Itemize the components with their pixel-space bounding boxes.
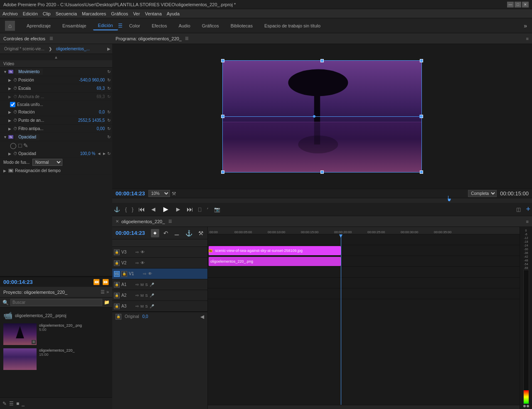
posicion-value[interactable]: -540,0 960,00 (79, 78, 105, 82)
a2-mic[interactable]: 🎤 (150, 293, 154, 298)
tl-timecode[interactable]: 00:00:14:23 (116, 230, 145, 236)
overwrite-icon[interactable]: ⎖ (206, 207, 209, 212)
tab-efectos[interactable]: Efectos (147, 22, 172, 30)
handle-top-right[interactable] (420, 59, 423, 62)
multi-cam-icon[interactable]: ◫ (516, 207, 521, 212)
rectangle-icon[interactable]: □ (18, 142, 22, 149)
a1-s[interactable]: S (145, 283, 148, 287)
monitor-timecode[interactable]: 00:00:14:23 (116, 190, 145, 197)
project-item-seq[interactable]: oligoelementos_220_ 15:00 (2, 347, 111, 372)
clip-v1[interactable]: oligoelementos_220_.png (209, 257, 341, 266)
a3-m[interactable]: M (140, 304, 144, 308)
home-button[interactable]: ⌂ (5, 21, 15, 31)
a1-sync[interactable]: ⇨ (135, 282, 139, 287)
punto-value[interactable]: 2552,5 1435,5 (78, 118, 105, 123)
posicion-stopwatch[interactable]: ⏱ (13, 78, 17, 82)
opacidad-value[interactable]: 100,0 % (80, 151, 96, 156)
opacidad-keyframe-nav[interactable]: ◄ ► (97, 151, 106, 156)
tl-tool-snap[interactable]: ✦ (151, 229, 159, 237)
a1-mic[interactable]: 🎤 (150, 283, 154, 287)
a1-m[interactable]: M (140, 283, 144, 287)
v1-eye[interactable]: 👁 (148, 271, 152, 276)
menu-secuencia[interactable]: Secuencia (56, 11, 77, 16)
project-list-view-icon[interactable]: ☰ (101, 289, 105, 295)
punto-reset[interactable]: ↻ (107, 118, 111, 123)
wrench-icon[interactable]: ⚒ (172, 191, 176, 197)
tab-espacio[interactable]: Espacio de trabajo sin título (259, 22, 325, 30)
filtro-reset[interactable]: ↻ (107, 126, 111, 131)
tab-color[interactable]: Color (124, 22, 145, 30)
a2-m[interactable]: M (140, 293, 144, 298)
step-fwd-icon[interactable]: ⏩ (102, 279, 109, 285)
monitor-hamburger[interactable]: ≡ (526, 36, 529, 41)
a2-lock[interactable]: 🔒 (114, 293, 120, 298)
tl-ruler[interactable]: 00:00 00:00:05:00 00:00:10:00 00:00:15:0… (208, 227, 520, 234)
opacidad-stopwatch[interactable]: ⏱ (13, 151, 17, 156)
opacidad-section-reset[interactable]: ↻ (107, 135, 111, 139)
project-item-png[interactable]: ☰ oligoelementos_220_.png 5:00 (2, 322, 111, 347)
left-timecode[interactable]: 00:00:14:23 (3, 279, 33, 285)
tab-aprendizaje[interactable]: Aprendizaje (22, 22, 56, 30)
go-to-out-icon[interactable]: ⏭ (187, 206, 193, 213)
menu-ayuda[interactable]: Ayuda (167, 11, 180, 16)
tl-hamburger[interactable]: ≡ (526, 219, 529, 224)
ec-tab-original[interactable]: Original * scenic-vie... (2, 46, 47, 52)
v3-lock[interactable]: 🔒 (114, 249, 120, 255)
a2-s[interactable]: S (145, 293, 148, 298)
close-button[interactable]: ✕ (522, 2, 529, 7)
mark-out-icon[interactable]: } (132, 207, 133, 212)
ec-tab-arrow[interactable]: ▶ (107, 47, 111, 51)
handle-top-left[interactable] (221, 59, 224, 62)
menu-clip[interactable]: Clip (43, 11, 51, 16)
punto-expand[interactable]: ▶ (8, 118, 13, 123)
rotacion-value[interactable]: 0,0 (99, 110, 105, 114)
quality-select[interactable]: Completa 1/2 1/4 (468, 190, 497, 197)
a3-lock[interactable]: 🔒 (114, 303, 120, 309)
escala-stopwatch[interactable]: ⏱ (13, 86, 17, 91)
tab-graficos[interactable]: Gráficos (197, 22, 224, 30)
escala-unifo-checkbox[interactable] (10, 102, 15, 107)
effect-controls-menu-icon[interactable]: ☰ (49, 36, 53, 41)
menu-graficos[interactable]: Gráficos (111, 11, 128, 16)
tab-audio[interactable]: Audio (174, 22, 195, 30)
tl-tool-razor[interactable]: ⚊ (172, 229, 181, 237)
a1-lock[interactable]: 🔒 (114, 282, 120, 288)
ec-tab-current[interactable]: oligoelementos_... (54, 46, 92, 52)
punto-stopwatch[interactable]: ⏱ (13, 118, 17, 123)
movimiento-reset[interactable]: ↻ (107, 69, 111, 74)
v3-eye[interactable]: 👁 (140, 250, 145, 254)
insert-icon[interactable]: ⎕ (198, 207, 201, 212)
filtro-expand[interactable]: ▶ (8, 127, 13, 131)
v2-sync[interactable]: ⇨ (135, 261, 139, 265)
rotacion-reset[interactable]: ↻ (107, 110, 111, 114)
add-button[interactable]: + (526, 205, 530, 214)
menu-archivo[interactable]: Archivo (2, 11, 18, 16)
tl-tool-settings[interactable]: ⚒ (197, 229, 205, 237)
v2-lock[interactable]: 🔒 (114, 260, 120, 266)
opacidad-section-expand[interactable]: ▼ (3, 135, 8, 139)
v2-eye[interactable]: 👁 (140, 261, 145, 265)
handle-bot-center[interactable] (320, 170, 324, 174)
a3-sync[interactable]: ⇨ (135, 304, 139, 308)
handle-bot-right[interactable] (420, 170, 423, 174)
rotacion-expand[interactable]: ▶ (8, 110, 13, 114)
workspace-more-button[interactable]: » (524, 22, 527, 29)
modo-select[interactable]: Normal Multiplicar Pantalla (32, 159, 62, 166)
tl-close-icon[interactable]: ✕ (116, 219, 119, 224)
add-mark-in-icon[interactable]: ⚓ (114, 207, 120, 212)
v1-lock[interactable]: 🔒 (121, 271, 127, 277)
list-icon[interactable]: ☰ (9, 401, 14, 407)
step-back-frame-icon[interactable]: ◄ (150, 206, 157, 213)
v1-sync[interactable]: ⇨ (143, 271, 146, 276)
play-button[interactable]: ► (162, 204, 170, 214)
pen-opacity-icon[interactable]: ✎ (23, 142, 28, 149)
original-expand-icon[interactable]: ◀ (200, 314, 204, 320)
menu-ventana[interactable]: Ventana (145, 11, 162, 16)
v3-sync[interactable]: ⇨ (135, 250, 139, 254)
go-to-in-icon[interactable]: ⏮ (138, 206, 145, 213)
edicion-menu-icon[interactable]: ☰ (118, 23, 123, 29)
slider-icon[interactable]: ⎯ (22, 401, 25, 407)
minimize-button[interactable]: — (507, 2, 514, 7)
a3-mic[interactable]: 🎤 (150, 304, 154, 308)
step-back-icon[interactable]: ⏪ (93, 279, 100, 285)
